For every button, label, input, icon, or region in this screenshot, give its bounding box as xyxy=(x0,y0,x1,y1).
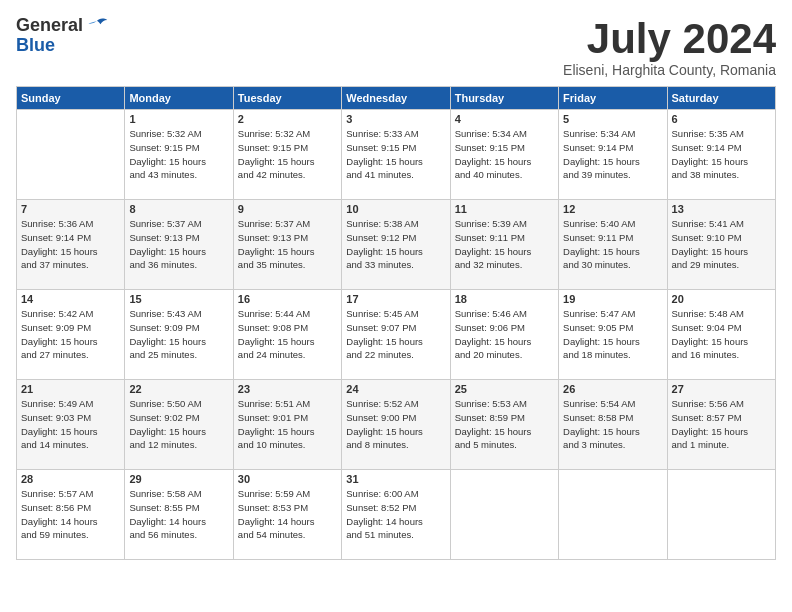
day-number: 23 xyxy=(238,383,337,395)
logo: General Blue xyxy=(16,16,109,56)
calendar-cell: 9Sunrise: 5:37 AM Sunset: 9:13 PM Daylig… xyxy=(233,200,341,290)
day-info: Sunrise: 5:58 AM Sunset: 8:55 PM Dayligh… xyxy=(129,487,228,542)
calendar-cell: 20Sunrise: 5:48 AM Sunset: 9:04 PM Dayli… xyxy=(667,290,775,380)
day-info: Sunrise: 5:34 AM Sunset: 9:15 PM Dayligh… xyxy=(455,127,554,182)
day-number: 3 xyxy=(346,113,445,125)
day-info: Sunrise: 5:48 AM Sunset: 9:04 PM Dayligh… xyxy=(672,307,771,362)
day-info: Sunrise: 5:35 AM Sunset: 9:14 PM Dayligh… xyxy=(672,127,771,182)
weekday-header-thursday: Thursday xyxy=(450,87,558,110)
day-number: 15 xyxy=(129,293,228,305)
calendar-cell: 12Sunrise: 5:40 AM Sunset: 9:11 PM Dayli… xyxy=(559,200,667,290)
day-number: 9 xyxy=(238,203,337,215)
logo-general-text: General xyxy=(16,16,83,36)
calendar-week-row: 21Sunrise: 5:49 AM Sunset: 9:03 PM Dayli… xyxy=(17,380,776,470)
calendar-cell: 29Sunrise: 5:58 AM Sunset: 8:55 PM Dayli… xyxy=(125,470,233,560)
calendar-cell: 25Sunrise: 5:53 AM Sunset: 8:59 PM Dayli… xyxy=(450,380,558,470)
day-number: 6 xyxy=(672,113,771,125)
weekday-header-monday: Monday xyxy=(125,87,233,110)
calendar-cell: 7Sunrise: 5:36 AM Sunset: 9:14 PM Daylig… xyxy=(17,200,125,290)
calendar-cell xyxy=(450,470,558,560)
day-info: Sunrise: 5:49 AM Sunset: 9:03 PM Dayligh… xyxy=(21,397,120,452)
day-info: Sunrise: 5:53 AM Sunset: 8:59 PM Dayligh… xyxy=(455,397,554,452)
calendar-cell xyxy=(559,470,667,560)
day-number: 19 xyxy=(563,293,662,305)
calendar-cell: 1Sunrise: 5:32 AM Sunset: 9:15 PM Daylig… xyxy=(125,110,233,200)
day-info: Sunrise: 5:32 AM Sunset: 9:15 PM Dayligh… xyxy=(238,127,337,182)
day-info: Sunrise: 5:43 AM Sunset: 9:09 PM Dayligh… xyxy=(129,307,228,362)
day-number: 30 xyxy=(238,473,337,485)
day-info: Sunrise: 5:50 AM Sunset: 9:02 PM Dayligh… xyxy=(129,397,228,452)
day-number: 12 xyxy=(563,203,662,215)
logo-bird-icon xyxy=(85,17,109,35)
day-number: 5 xyxy=(563,113,662,125)
calendar-cell xyxy=(17,110,125,200)
calendar-week-row: 1Sunrise: 5:32 AM Sunset: 9:15 PM Daylig… xyxy=(17,110,776,200)
calendar-cell: 27Sunrise: 5:56 AM Sunset: 8:57 PM Dayli… xyxy=(667,380,775,470)
day-number: 20 xyxy=(672,293,771,305)
calendar-cell: 17Sunrise: 5:45 AM Sunset: 9:07 PM Dayli… xyxy=(342,290,450,380)
day-info: Sunrise: 5:46 AM Sunset: 9:06 PM Dayligh… xyxy=(455,307,554,362)
day-number: 29 xyxy=(129,473,228,485)
day-info: Sunrise: 5:40 AM Sunset: 9:11 PM Dayligh… xyxy=(563,217,662,272)
calendar-week-row: 28Sunrise: 5:57 AM Sunset: 8:56 PM Dayli… xyxy=(17,470,776,560)
day-number: 27 xyxy=(672,383,771,395)
day-info: Sunrise: 5:44 AM Sunset: 9:08 PM Dayligh… xyxy=(238,307,337,362)
calendar-cell: 28Sunrise: 5:57 AM Sunset: 8:56 PM Dayli… xyxy=(17,470,125,560)
calendar-cell: 19Sunrise: 5:47 AM Sunset: 9:05 PM Dayli… xyxy=(559,290,667,380)
calendar-cell: 23Sunrise: 5:51 AM Sunset: 9:01 PM Dayli… xyxy=(233,380,341,470)
day-number: 17 xyxy=(346,293,445,305)
day-info: Sunrise: 5:56 AM Sunset: 8:57 PM Dayligh… xyxy=(672,397,771,452)
day-info: Sunrise: 5:52 AM Sunset: 9:00 PM Dayligh… xyxy=(346,397,445,452)
day-number: 31 xyxy=(346,473,445,485)
day-number: 14 xyxy=(21,293,120,305)
calendar-cell: 8Sunrise: 5:37 AM Sunset: 9:13 PM Daylig… xyxy=(125,200,233,290)
calendar-cell: 3Sunrise: 5:33 AM Sunset: 9:15 PM Daylig… xyxy=(342,110,450,200)
day-info: Sunrise: 5:37 AM Sunset: 9:13 PM Dayligh… xyxy=(238,217,337,272)
calendar-cell: 13Sunrise: 5:41 AM Sunset: 9:10 PM Dayli… xyxy=(667,200,775,290)
day-info: Sunrise: 5:57 AM Sunset: 8:56 PM Dayligh… xyxy=(21,487,120,542)
day-info: Sunrise: 5:37 AM Sunset: 9:13 PM Dayligh… xyxy=(129,217,228,272)
title-block: July 2024 Eliseni, Harghita County, Roma… xyxy=(563,16,776,78)
page-header: General Blue July 2024 Eliseni, Harghita… xyxy=(16,16,776,78)
weekday-header-tuesday: Tuesday xyxy=(233,87,341,110)
day-number: 13 xyxy=(672,203,771,215)
calendar-cell: 16Sunrise: 5:44 AM Sunset: 9:08 PM Dayli… xyxy=(233,290,341,380)
day-info: Sunrise: 5:47 AM Sunset: 9:05 PM Dayligh… xyxy=(563,307,662,362)
day-info: Sunrise: 5:33 AM Sunset: 9:15 PM Dayligh… xyxy=(346,127,445,182)
calendar-week-row: 7Sunrise: 5:36 AM Sunset: 9:14 PM Daylig… xyxy=(17,200,776,290)
weekday-header-wednesday: Wednesday xyxy=(342,87,450,110)
calendar-cell: 24Sunrise: 5:52 AM Sunset: 9:00 PM Dayli… xyxy=(342,380,450,470)
calendar-cell: 2Sunrise: 5:32 AM Sunset: 9:15 PM Daylig… xyxy=(233,110,341,200)
day-info: Sunrise: 5:32 AM Sunset: 9:15 PM Dayligh… xyxy=(129,127,228,182)
day-number: 25 xyxy=(455,383,554,395)
calendar-cell: 6Sunrise: 5:35 AM Sunset: 9:14 PM Daylig… xyxy=(667,110,775,200)
calendar-cell: 26Sunrise: 5:54 AM Sunset: 8:58 PM Dayli… xyxy=(559,380,667,470)
day-number: 8 xyxy=(129,203,228,215)
weekday-header-saturday: Saturday xyxy=(667,87,775,110)
logo-blue-text: Blue xyxy=(16,35,55,55)
day-number: 22 xyxy=(129,383,228,395)
day-number: 24 xyxy=(346,383,445,395)
day-info: Sunrise: 5:39 AM Sunset: 9:11 PM Dayligh… xyxy=(455,217,554,272)
day-info: Sunrise: 5:36 AM Sunset: 9:14 PM Dayligh… xyxy=(21,217,120,272)
day-number: 18 xyxy=(455,293,554,305)
day-number: 2 xyxy=(238,113,337,125)
calendar-cell xyxy=(667,470,775,560)
day-info: Sunrise: 5:34 AM Sunset: 9:14 PM Dayligh… xyxy=(563,127,662,182)
calendar-cell: 31Sunrise: 6:00 AM Sunset: 8:52 PM Dayli… xyxy=(342,470,450,560)
weekday-header-row: SundayMondayTuesdayWednesdayThursdayFrid… xyxy=(17,87,776,110)
calendar-cell: 15Sunrise: 5:43 AM Sunset: 9:09 PM Dayli… xyxy=(125,290,233,380)
day-info: Sunrise: 5:51 AM Sunset: 9:01 PM Dayligh… xyxy=(238,397,337,452)
day-info: Sunrise: 5:59 AM Sunset: 8:53 PM Dayligh… xyxy=(238,487,337,542)
calendar-cell: 30Sunrise: 5:59 AM Sunset: 8:53 PM Dayli… xyxy=(233,470,341,560)
day-info: Sunrise: 5:54 AM Sunset: 8:58 PM Dayligh… xyxy=(563,397,662,452)
location-subtitle: Eliseni, Harghita County, Romania xyxy=(563,62,776,78)
day-number: 7 xyxy=(21,203,120,215)
day-number: 10 xyxy=(346,203,445,215)
day-number: 1 xyxy=(129,113,228,125)
weekday-header-sunday: Sunday xyxy=(17,87,125,110)
day-info: Sunrise: 5:42 AM Sunset: 9:09 PM Dayligh… xyxy=(21,307,120,362)
calendar-cell: 10Sunrise: 5:38 AM Sunset: 9:12 PM Dayli… xyxy=(342,200,450,290)
calendar-cell: 4Sunrise: 5:34 AM Sunset: 9:15 PM Daylig… xyxy=(450,110,558,200)
weekday-header-friday: Friday xyxy=(559,87,667,110)
